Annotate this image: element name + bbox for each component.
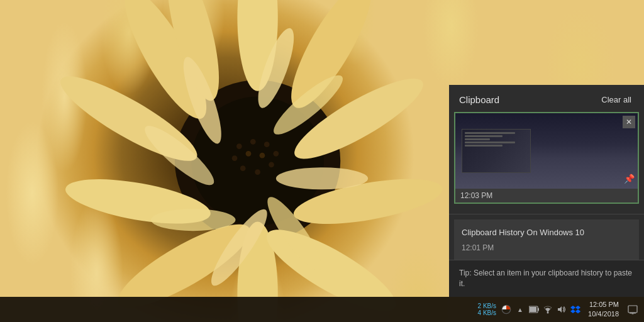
svg-rect-33 bbox=[538, 308, 539, 311]
clipboard-item-0-pin-button[interactable]: 📌 bbox=[623, 172, 635, 185]
thumbnail-inner bbox=[462, 130, 530, 172]
preview-line-5 bbox=[465, 145, 502, 147]
clipboard-item-0-timestamp: 12:03 PM bbox=[455, 189, 638, 203]
clear-all-button[interactable]: Clear all bbox=[599, 94, 634, 106]
network-speed-down: 4 KB/s bbox=[478, 309, 496, 316]
preview-line-1 bbox=[465, 132, 515, 134]
clipboard-item-0-thumbnail bbox=[462, 129, 531, 173]
timer-icon[interactable] bbox=[501, 304, 511, 314]
clipboard-item-1-content: Clipboard History On Windows 10 bbox=[462, 227, 631, 238]
clipboard-panel: Clipboard Clear all ✕ 📌 12:03 PM Clipboa… bbox=[449, 85, 644, 297]
taskbar: 2 KB/s 4 KB/s ▲ bbox=[0, 297, 644, 322]
preview-line-3 bbox=[465, 138, 490, 140]
volume-icon[interactable] bbox=[557, 304, 567, 314]
clipboard-item-0[interactable]: ✕ 📌 12:03 PM bbox=[454, 112, 639, 204]
action-center-button[interactable] bbox=[626, 303, 639, 316]
show-hidden-icons-button[interactable]: ▲ bbox=[515, 304, 525, 314]
network-icon[interactable] bbox=[543, 304, 553, 314]
clipboard-item-0-close-button[interactable]: ✕ bbox=[623, 116, 635, 128]
svg-rect-38 bbox=[632, 314, 634, 314]
preview-line-4 bbox=[465, 142, 515, 143]
clipboard-item-1[interactable]: Clipboard History On Windows 10 12:01 PM bbox=[454, 219, 639, 260]
clipboard-title: Clipboard bbox=[459, 94, 499, 105]
clipboard-tip: Tip: Select an item in your clipboard hi… bbox=[449, 260, 644, 297]
clipboard-item-1-timestamp: 12:01 PM bbox=[462, 243, 631, 252]
network-speeds: 2 KB/s 4 KB/s bbox=[478, 303, 496, 316]
clock-area[interactable]: 12:05 PM 10/4/2018 bbox=[588, 300, 619, 319]
svg-point-35 bbox=[547, 312, 549, 314]
svg-rect-34 bbox=[530, 307, 536, 312]
dropbox-icon[interactable] bbox=[570, 304, 580, 314]
svg-rect-36 bbox=[628, 306, 637, 313]
preview-line-2 bbox=[465, 135, 502, 137]
svg-rect-37 bbox=[630, 313, 636, 314]
clipboard-header: Clipboard Clear all bbox=[449, 85, 644, 112]
clipboard-item-0-preview bbox=[455, 113, 638, 189]
divider-1 bbox=[449, 214, 644, 214]
clock-date: 10/4/2018 bbox=[588, 309, 619, 319]
clock-time: 12:05 PM bbox=[589, 300, 619, 309]
network-speed-up: 2 KB/s bbox=[478, 303, 496, 309]
taskbar-right: 2 KB/s 4 KB/s ▲ bbox=[478, 300, 639, 319]
battery-icon[interactable] bbox=[529, 304, 539, 314]
